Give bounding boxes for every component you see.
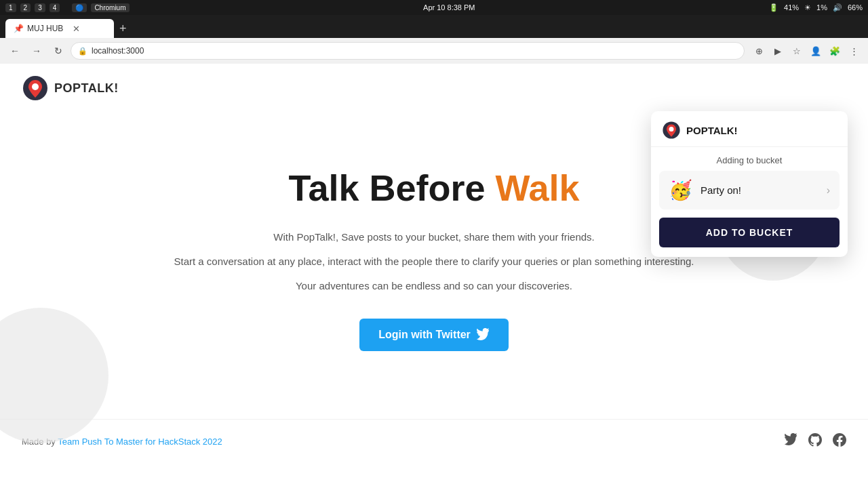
nav-bar: ← → ↻ 🔒 localhost:3000 ⊕ ▶ ☆ 👤 🧩 ⋮ xyxy=(0,38,868,64)
facebook-footer-link[interactable] xyxy=(833,433,846,450)
site-header: POPTALK! xyxy=(0,64,868,113)
tab-favicon: 📌 xyxy=(14,24,23,33)
play-button[interactable]: ▶ xyxy=(769,42,787,60)
forward-button[interactable]: → xyxy=(27,41,46,60)
nav-actions: ⊕ ▶ ☆ 👤 🧩 ⋮ xyxy=(750,42,863,60)
add-to-bucket-button[interactable]: ADD TO BUCKET xyxy=(659,218,840,247)
brightness-level: 1% xyxy=(816,3,827,12)
logo-container: POPTALK! xyxy=(22,75,119,102)
github-footer-link[interactable] xyxy=(808,433,822,450)
url-text: localhost:3000 xyxy=(92,46,144,56)
more-button[interactable]: ⋮ xyxy=(845,42,863,60)
logo-icon xyxy=(22,75,49,102)
popup-logo-icon xyxy=(662,121,681,140)
battery-icon: 🔋 xyxy=(769,3,778,12)
hero-desc-3: Your adventures can be endless and so ca… xyxy=(14,278,854,294)
popup-item-emoji: 🥳 xyxy=(669,179,692,201)
twitter-icon xyxy=(476,328,490,342)
svg-point-3 xyxy=(669,127,674,131)
volume-icon: 🔊 xyxy=(833,3,842,12)
footer-team-link[interactable]: Team Push To Master for HackStack 2022 xyxy=(58,437,222,447)
profile-icon[interactable]: 👤 xyxy=(807,42,825,60)
login-button-label: Login with Twitter xyxy=(378,329,471,341)
battery-level: 41% xyxy=(784,3,799,12)
popup-logo-text: POPTALK! xyxy=(686,125,738,136)
reload-button[interactable]: ↻ xyxy=(49,41,68,60)
page-content: POPTALK! Talk Before Walk With PopTalk!,… xyxy=(0,64,868,486)
os-bar: 1 2 3 4 🔵 Chromium Apr 10 8:38 PM 🔋 41% … xyxy=(0,0,868,15)
brightness-icon: ☀ xyxy=(804,3,811,12)
logo-text: POPTALK! xyxy=(54,81,119,96)
extension-btn-2[interactable]: 🧩 xyxy=(826,42,844,60)
tab-bar: 📌 MUJ HUB ✕ + xyxy=(0,15,868,38)
security-icon: 🔒 xyxy=(78,47,87,56)
new-tab-button[interactable]: + xyxy=(114,19,132,38)
popup-item-label: Party on! xyxy=(701,184,818,196)
workspace-1[interactable]: 1 xyxy=(5,3,16,12)
tab-title: MUJ HUB xyxy=(27,24,63,33)
twitter-footer-link[interactable] xyxy=(784,433,797,450)
svg-point-1 xyxy=(32,83,39,90)
footer-social-icons xyxy=(784,433,846,450)
extension-btn-1[interactable]: ⊕ xyxy=(750,42,768,60)
chevron-right-icon: › xyxy=(827,184,830,197)
workspace-4[interactable]: 4 xyxy=(50,3,60,12)
back-button[interactable]: ← xyxy=(5,41,24,60)
hero-title-highlight: Walk xyxy=(496,167,580,208)
active-tab[interactable]: 📌 MUJ HUB ✕ xyxy=(5,19,114,38)
browser-name: Chromium xyxy=(91,3,129,12)
browser-label: 🔵 xyxy=(72,3,87,12)
login-with-twitter-button[interactable]: Login with Twitter xyxy=(359,319,509,351)
popup-bucket-item[interactable]: 🥳 Party on! › xyxy=(659,171,840,209)
popup-subheader: Adding to bucket xyxy=(651,147,848,171)
workspace-3[interactable]: 3 xyxy=(35,3,45,12)
workspace-2[interactable]: 2 xyxy=(20,3,31,12)
address-bar[interactable]: 🔒 localhost:3000 xyxy=(71,42,745,60)
tab-close-button[interactable]: ✕ xyxy=(73,24,80,34)
system-tray: 🔋 41% ☀ 1% 🔊 66% xyxy=(769,3,863,12)
bucket-popup: POPTALK! Adding to bucket 🥳 Party on! › … xyxy=(651,111,848,257)
volume-level: 66% xyxy=(848,3,863,12)
hero-title-part1: Talk Before xyxy=(288,167,495,208)
popup-header: POPTALK! xyxy=(651,111,848,147)
site-footer: Made by Team Push To Master for HackStac… xyxy=(0,419,868,464)
bookmark-button[interactable]: ☆ xyxy=(788,42,806,60)
datetime: Apr 10 8:38 PM xyxy=(423,3,475,12)
os-workspaces: 1 2 3 4 🔵 Chromium xyxy=(5,3,130,12)
